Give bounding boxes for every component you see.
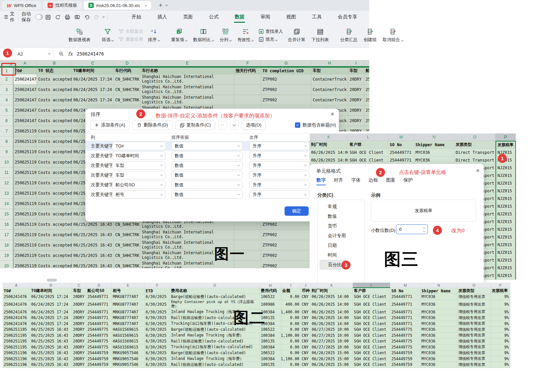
- cell[interactable]: CNY: [301, 362, 311, 368]
- print-button[interactable]: [65, 14, 70, 20]
- row-number[interactable]: 15: [0, 209, 13, 219]
- cell[interactable]: CNY: [301, 327, 311, 333]
- cell[interactable]: 06/24/2025 17:24: [30, 300, 72, 309]
- cell[interactable]: 2506251196: [3, 356, 30, 362]
- cell[interactable]: 2506251195: [3, 338, 30, 345]
- header-cell[interactable]: Shipper Name: [420, 288, 457, 294]
- cell[interactable]: 254449771: [86, 315, 112, 321]
- sort-condition-row[interactable]: 次要关键字车型数值升序: [85, 161, 339, 170]
- duplicates-button[interactable]: 重复项: [168, 27, 190, 43]
- cell[interactable]: NJZ015: [495, 272, 516, 280]
- basis-select[interactable]: 数值: [171, 161, 243, 170]
- cell[interactable]: 06/25/2025 16:43: [30, 338, 72, 345]
- row-number[interactable]: 9: [0, 147, 13, 157]
- cell[interactable]: Costs accepted: [37, 85, 72, 95]
- cell[interactable]: ZTP002: [261, 74, 311, 85]
- print-preview-button[interactable]: [74, 14, 80, 20]
- cell[interactable]: SGH OCE Client: [353, 350, 390, 356]
- header-cell[interactable]: TO#: [3, 288, 30, 294]
- cell[interactable]: [234, 230, 261, 240]
- cell[interactable]: SGH OCE Client: [348, 149, 388, 157]
- column-header-N[interactable]: N: [414, 133, 454, 141]
- cell[interactable]: CN_SHHCTRK: [114, 74, 141, 85]
- cell[interactable]: 6/30/2025: [145, 356, 170, 362]
- column-header-I[interactable]: I: [348, 60, 364, 67]
- show-all-button[interactable]: 全部显示: [119, 28, 143, 34]
- cell[interactable]: Costs accepted: [37, 261, 72, 268]
- cell[interactable]: 2506251197: [13, 230, 37, 240]
- cell[interactable]: 06/27/2025 10:00: [311, 338, 353, 345]
- cell[interactable]: 2506251195: [13, 136, 37, 147]
- category-item-数值[interactable]: 数值: [320, 211, 363, 221]
- stepper-up-icon[interactable]: [423, 227, 425, 229]
- cell[interactable]: MRKU9057546: [112, 356, 145, 362]
- lookup-entry-button[interactable]: 查找录入: [258, 28, 283, 34]
- cell[interactable]: 20DRY: [72, 345, 86, 351]
- cell[interactable]: MYC036: [414, 157, 454, 164]
- sort-condition-row[interactable]: 次要关键字车型数值升序: [85, 170, 339, 180]
- filter-button[interactable]: 筛选: [99, 27, 117, 43]
- cell[interactable]: 06/26/2025 14:00: [311, 309, 353, 315]
- cell[interactable]: NJZ015: [495, 164, 516, 172]
- header-cell[interactable]: 报关行代码: [234, 68, 261, 74]
- cell[interactable]: 增值税专用发票: [457, 321, 491, 327]
- column-header-G[interactable]: G: [261, 60, 311, 67]
- row-number[interactable]: 2: [0, 74, 13, 85]
- header-cell[interactable]: 船公司SO: [364, 68, 369, 74]
- cell[interactable]: 06/25/2025 16:43: [72, 230, 114, 240]
- cell[interactable]: Shanghai Haichuan International Logistic…: [141, 95, 234, 105]
- cell[interactable]: 06/26/2025 14:00: [310, 157, 348, 164]
- cell[interactable]: 0.00: [281, 362, 301, 368]
- cell[interactable]: 2506241476: [3, 309, 30, 315]
- cell[interactable]: 254449771: [390, 315, 420, 321]
- cell[interactable]: HASU1569615: [112, 333, 145, 339]
- cell[interactable]: SGH OCE Client: [353, 315, 390, 321]
- fill-button[interactable]: 填充: [258, 36, 283, 42]
- cell[interactable]: 20DRY: [348, 74, 364, 85]
- column-header-M[interactable]: M: [388, 133, 414, 141]
- column-header-L[interactable]: L: [353, 283, 390, 288]
- cell[interactable]: NJZ015: [495, 241, 516, 249]
- cell[interactable]: Costs accepted: [37, 74, 72, 85]
- cell[interactable]: 0.00: [281, 321, 301, 327]
- cell[interactable]: 1,400.00: [281, 309, 301, 315]
- header-cell[interactable]: 到厂时间: [311, 288, 353, 294]
- output-button[interactable]: [55, 14, 61, 20]
- cell[interactable]: 06/25/2025 16:43: [30, 327, 72, 333]
- cell[interactable]: 106522: [260, 294, 281, 300]
- category-item-时间[interactable]: 时间: [320, 250, 363, 260]
- header-cell[interactable]: Shipper Name: [414, 141, 454, 149]
- zoom-formula-icon[interactable]: [59, 51, 64, 57]
- cell[interactable]: MRKU8777407: [112, 294, 145, 300]
- header-cell[interactable]: TO completion UID: [261, 68, 311, 74]
- sort-condition-row[interactable]: 次要关键字柜号数值升序: [85, 190, 339, 199]
- cell[interactable]: Costs accepted: [37, 116, 72, 126]
- cell[interactable]: 增值税专用发票: [457, 294, 491, 300]
- pivot-table-button[interactable]: 数据透视表: [66, 27, 93, 43]
- cell[interactable]: 20DRY: [72, 327, 86, 333]
- tab-document[interactable]: S msk25.06.01-06.30.xls •: [84, 1, 151, 10]
- basis-select[interactable]: 数值: [171, 171, 243, 179]
- text-to-columns-button[interactable]: 分列: [217, 27, 234, 43]
- column-header-C[interactable]: C: [72, 283, 86, 288]
- row-number[interactable]: 6: [0, 116, 13, 126]
- cell[interactable]: MYC036: [420, 327, 457, 333]
- cell[interactable]: 254449771: [364, 74, 369, 85]
- cell[interactable]: [234, 85, 261, 95]
- cell[interactable]: SGH OCE Client: [353, 309, 390, 315]
- ribbon-tab-工具[interactable]: 工具: [304, 11, 330, 23]
- row-number[interactable]: 18: [0, 240, 13, 251]
- cell[interactable]: SGH OCE Client: [353, 345, 390, 351]
- header-cell[interactable]: 柜号: [112, 288, 145, 294]
- copy-condition-button[interactable]: 复制条件(C): [175, 120, 215, 130]
- cell[interactable]: [234, 95, 261, 105]
- cell[interactable]: CN_SHHCTRK: [114, 240, 141, 251]
- cell[interactable]: 6/30/2025: [145, 315, 170, 321]
- cell[interactable]: 254449775: [390, 333, 420, 339]
- save-button[interactable]: [45, 14, 51, 20]
- sort-condition-row[interactable]: 主要关键字TO#数值升序: [85, 141, 339, 151]
- header-cell[interactable]: 车型: [72, 288, 86, 294]
- cell[interactable]: CNY: [301, 300, 311, 309]
- cell[interactable]: 254449771: [388, 149, 414, 157]
- header-cell[interactable]: 费用代码: [260, 288, 281, 294]
